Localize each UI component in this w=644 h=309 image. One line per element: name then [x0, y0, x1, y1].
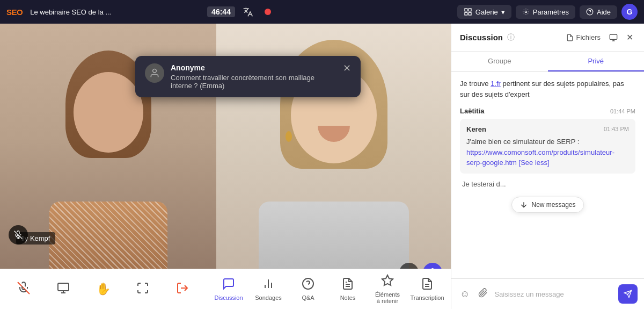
notif-name: Anonyme [171, 63, 336, 72]
files-label: Fichiers [576, 33, 601, 41]
screen-share-icon [57, 282, 70, 297]
svg-point-7 [153, 69, 157, 73]
sidebar-title-row: Discussion ⓘ [460, 33, 515, 42]
msg-header-laetitia: Laëtitia 01:44 PM [460, 106, 635, 117]
msg-text-before: Je trouve [460, 80, 491, 88]
notes-icon [341, 277, 354, 292]
close-sidebar-button[interactable]: ✕ [624, 30, 635, 45]
topbar: SEO Le webinaire SEO de la ... 46:44 Gal… [0, 0, 644, 24]
chat-messages: Je trouve 1.fr pertinent sur des sujets … [451, 72, 644, 278]
sidebar-title: Discussion [460, 33, 503, 42]
aide-button[interactable]: Aide [580, 5, 617, 19]
tab-groupe[interactable]: Groupe [451, 52, 548, 71]
notif-content: Anonyme Comment travailler concrètement … [171, 63, 336, 90]
logo: SEO [6, 8, 23, 17]
tab-prive[interactable]: Privé [548, 52, 645, 71]
gallery-button[interactable]: Galerie ▾ [457, 5, 511, 19]
msg-time-laetitia: 01:44 PM [610, 107, 635, 116]
keren-bubble: Keren 01:43 PM J'aime bien ce simulateur… [460, 119, 635, 174]
notif-close-button[interactable]: ✕ [343, 63, 351, 73]
notification-popup: Anonyme Comment travailler concrètement … [135, 56, 361, 97]
info-icon: ⓘ [507, 33, 515, 42]
svg-rect-1 [465, 9, 467, 11]
record-icon[interactable] [261, 5, 275, 19]
notes-button[interactable]: Notes [329, 273, 367, 305]
video-area: Anonyme Comment travailler concrètement … [0, 24, 451, 309]
chat-input-area: ☺ [451, 278, 644, 309]
sidebar-header: Discussion ⓘ Fichiers [451, 24, 644, 52]
discussion-button[interactable]: Discussion [210, 273, 247, 305]
svg-marker-21 [382, 275, 393, 285]
elements-label: Éléments à retenir [375, 291, 400, 304]
sidebar-header-actions: Fichiers ✕ [564, 30, 635, 45]
camera-off-button[interactable] [0, 277, 3, 301]
notes-label: Notes [340, 294, 356, 301]
translate-icon[interactable] [240, 4, 255, 19]
transcription-icon [421, 277, 434, 292]
chat-message-2: Laëtitia 01:44 PM Keren 01:43 PM J'aime … [460, 106, 635, 174]
user-avatar[interactable]: G [621, 4, 638, 20]
mic-off-button[interactable] [5, 277, 42, 301]
gallery-chevron-icon: ▾ [501, 8, 505, 16]
qa-label: Q&A [302, 294, 314, 301]
see-less-button[interactable]: [See less] [519, 159, 550, 167]
mute-indicator [9, 225, 28, 245]
webinar-title: Le webinaire SEO de la ... [30, 8, 202, 16]
discussion-label: Discussion [214, 294, 243, 301]
bottom-toolbar: ✋ [0, 269, 451, 309]
discussion-icon [222, 277, 235, 292]
offres-button[interactable]: Des offres [448, 270, 451, 308]
sidebar-tabs: Groupe Privé [451, 52, 644, 72]
elements-button[interactable]: Éléments à retenir [369, 270, 406, 308]
sondages-label: Sondages [255, 294, 282, 301]
sondages-icon [262, 277, 275, 292]
send-button[interactable] [618, 284, 638, 304]
msg-header-keren: Keren 01:43 PM [466, 124, 629, 135]
topbar-right: Galerie ▾ Paramètres Aide G [457, 4, 638, 20]
notif-message: Comment travailler concrètement son mail… [171, 74, 336, 90]
msg-time-keren: 01:43 PM [604, 125, 629, 134]
sondages-button[interactable]: Sondages [250, 273, 287, 305]
fullscreen-icon [136, 282, 149, 297]
chat-input-field[interactable] [494, 290, 614, 298]
raise-hand-button[interactable]: ✋ [84, 279, 122, 299]
notif-avatar [145, 63, 164, 83]
exit-icon [176, 282, 189, 297]
transcription-button[interactable]: Transcription [408, 273, 446, 305]
qa-button[interactable]: Q&A [289, 273, 327, 305]
chat-message-1: Je trouve 1.fr pertinent sur des sujets … [460, 78, 635, 99]
sidebar: Discussion ⓘ Fichiers [451, 24, 644, 309]
msg-author-keren: Keren [466, 124, 486, 135]
svg-rect-3 [469, 12, 471, 15]
screen-share-button[interactable] [45, 277, 82, 301]
video-content: Anonyme Comment travailler concrètement … [0, 24, 451, 309]
svg-point-0 [265, 9, 271, 15]
params-label: Paramètres [533, 8, 569, 16]
svg-rect-4 [465, 12, 467, 15]
svg-rect-2 [469, 9, 471, 11]
partial-message: Je testerai d... [460, 180, 635, 188]
gallery-label: Galerie [475, 8, 498, 16]
msg-author-laetitia: Laëtitia [460, 106, 485, 117]
params-button[interactable]: Paramètres [516, 5, 575, 19]
mic-off-icon [17, 282, 30, 297]
svg-point-5 [525, 11, 527, 13]
files-button[interactable]: Fichiers [564, 31, 603, 44]
emoji-button[interactable]: ☺ [458, 286, 472, 302]
timer: 46:44 [207, 6, 235, 17]
transcription-label: Transcription [410, 294, 444, 301]
exit-button[interactable] [164, 277, 201, 301]
msg-body-keren: J'aime bien ce simulateur de SERP : http… [466, 136, 629, 168]
new-messages-banner[interactable]: New messages [511, 197, 583, 213]
svg-rect-14 [58, 283, 69, 291]
new-messages-label: New messages [531, 201, 575, 209]
svg-rect-25 [610, 34, 617, 39]
msg-link-1fr[interactable]: 1.fr [491, 80, 501, 88]
raise-hand-icon: ✋ [96, 283, 111, 295]
elements-icon [381, 274, 394, 289]
qa-icon [302, 277, 314, 292]
fullscreen-button[interactable] [124, 277, 162, 301]
attachment-button[interactable] [476, 286, 490, 303]
main-area: Anonyme Comment travailler concrètement … [0, 24, 644, 309]
minimize-button[interactable] [607, 31, 620, 44]
